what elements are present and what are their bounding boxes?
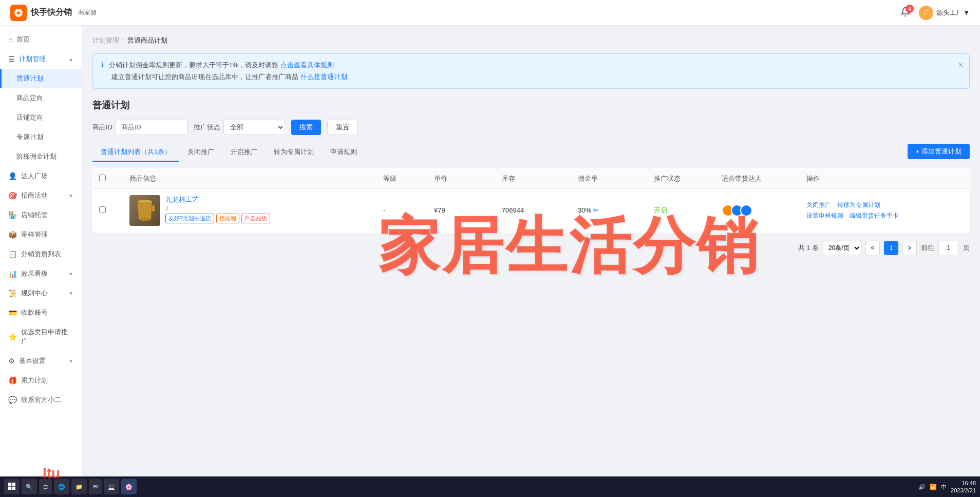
sidebar-item-effect-board[interactable]: 📊 效果看板 ▼: [0, 264, 82, 283]
search-taskbar-button[interactable]: 🔍: [22, 479, 37, 494]
breadcrumb-item-plan: 计划管理: [92, 36, 119, 45]
user-name: 源头工厂▼: [936, 8, 970, 17]
sidebar: ⌂ 首页 ☰ 计划管理 ▲ 普通计划 商品定向 店铺定向 专属计划 阶梯佣金计划: [0, 26, 82, 476]
alert-text1: 分销计划佣金率规则更新，要求大于等于1%，请及时调整: [109, 61, 279, 69]
start-button[interactable]: [4, 479, 20, 494]
reset-button[interactable]: 重置: [327, 120, 358, 135]
page-unit: 页: [963, 243, 970, 253]
sidebar-item-talent-plaza[interactable]: 👤 达人广场: [0, 166, 82, 186]
sidebar-item-home[interactable]: ⌂ 首页: [0, 30, 82, 49]
alert-close-button[interactable]: ×: [958, 58, 963, 73]
dist-icon: 📋: [8, 250, 17, 258]
sidebar-item-label: 招商活动: [21, 191, 48, 200]
sample-icon: 📦: [8, 231, 17, 239]
sidebar-item-normal-plan[interactable]: 普通计划: [0, 69, 82, 88]
tab-to-special[interactable]: 转为专属计划: [266, 143, 322, 162]
sidebar-item-cumulative-plan[interactable]: 🎁 累力计划: [0, 371, 82, 390]
sidebar-item-contact-service[interactable]: 💬 联系官方小二: [0, 390, 82, 410]
tab-list[interactable]: 普通计划列表（共1条）: [92, 143, 179, 162]
row-checkbox[interactable]: [99, 206, 106, 213]
prev-page-button[interactable]: <: [865, 241, 880, 255]
tab-open-promo[interactable]: 开启推广: [222, 143, 266, 162]
data-table: 商品信息 等级 单价 库存 佣金率 推广状态 适合带货达人 操作: [92, 168, 970, 233]
sidebar-item-distribution-assets[interactable]: 📋 分销资质列表: [0, 244, 82, 264]
alert-link1[interactable]: 点击查看具体规则: [280, 61, 334, 69]
taskbar-volume[interactable]: 🔊: [918, 484, 926, 490]
sidebar-item-sample-management[interactable]: 📦 寄样管理: [0, 225, 82, 244]
col-suitable-talent: 适合带货达人: [715, 168, 800, 188]
sidebar-item-category-promotion[interactable]: ⭐ 优选类目申请推广: [0, 322, 82, 351]
select-all-checkbox[interactable]: [99, 175, 106, 181]
sidebar-item-plan-management[interactable]: ☰ 计划管理 ▲: [0, 49, 82, 69]
content-area: 家居生活分销 计划管理 / 普通商品计划 ℹ 分销计划佣金率规则更新，要求大于等…: [82, 26, 980, 476]
alert-link2[interactable]: 什么是普通计划: [300, 73, 347, 81]
notification-bell[interactable]: 4: [900, 7, 911, 18]
taskbar-left: 🔍 ⊟ 🌐 📁 ✉ 💻 🌸: [4, 479, 137, 494]
tab-batch-review[interactable]: 申请规则: [322, 143, 365, 162]
col-stock: 库存: [496, 168, 572, 188]
page-1-button[interactable]: 1: [884, 241, 898, 255]
sidebar-item-recruit-activity[interactable]: 🎯 招商活动 ▼: [0, 186, 82, 205]
sidebar-item-ladder-commission[interactable]: 阶梯佣金计划: [0, 147, 82, 166]
add-plan-button[interactable]: + 添加普通计划: [908, 144, 970, 159]
product-name[interactable]: 九龙杯工艺: [165, 195, 371, 204]
next-page-button[interactable]: >: [902, 241, 917, 255]
filter-row: 商品ID 推广状态 全部 开启 关闭 搜索 重置: [92, 120, 970, 135]
goto-label: 前往: [921, 243, 934, 253]
search-button[interactable]: 搜索: [291, 120, 321, 135]
row-checkbox-cell: [93, 188, 123, 232]
action-edit-task[interactable]: 编辑带货任务手卡: [850, 212, 899, 220]
tab-close-promo[interactable]: 关闭推广: [179, 143, 222, 162]
per-page-select[interactable]: 20条/页 50条/页: [823, 241, 861, 255]
rule-icon: 📜: [8, 289, 17, 297]
breadcrumb: 计划管理 / 普通商品计划: [92, 36, 970, 45]
promo-status-cell: 开启: [648, 188, 715, 232]
plan-icon: ☰: [8, 55, 15, 63]
pagination-total: 共 1 条: [798, 243, 819, 253]
action-to-special[interactable]: 转移为专属计划: [837, 201, 880, 209]
sidebar-item-shop-hosting[interactable]: 🏪 店铺托管: [0, 205, 82, 225]
sidebar-item-label: 店铺托管: [21, 211, 48, 220]
user-info[interactable]: 厂 源头工厂▼: [919, 6, 970, 20]
sidebar-item-label: 阶梯佣金计划: [16, 152, 56, 161]
sidebar-item-special-plan[interactable]: 专属计划: [0, 127, 82, 147]
product-level-cell: -: [377, 188, 428, 232]
sidebar-item-rule-center[interactable]: 📜 规则中心 ▼: [0, 283, 82, 303]
sidebar-item-label: 店铺定向: [16, 113, 43, 122]
shop-icon: 🏪: [8, 211, 17, 219]
taskbar-app4[interactable]: 💻: [104, 479, 119, 494]
promo-status-badge: 开启: [654, 206, 667, 214]
tag-quality: 严选品级: [241, 214, 270, 223]
taskbar-app2[interactable]: 📁: [71, 479, 87, 494]
sidebar-item-payment-account[interactable]: 💳 收款账号: [0, 303, 82, 322]
logo-area: 快手快分销 商家侧: [10, 5, 97, 21]
action-set-sample[interactable]: 设置申样规则: [806, 212, 843, 220]
topbar: 快手快分销 商家侧 4 厂 源头工厂▼: [0, 0, 980, 26]
tabs-row: 普通计划列表（共1条） 关闭推广 开启推广 转为专属计划 申请规则 + 添加普通…: [92, 143, 970, 162]
taskbar-app1[interactable]: 🌐: [54, 479, 69, 494]
action-close-promo[interactable]: 关闭推广: [806, 201, 831, 209]
task-view-button[interactable]: ⊟: [39, 479, 52, 494]
goto-page-input[interactable]: [938, 241, 959, 255]
taskbar-app5[interactable]: 🌸: [121, 479, 137, 494]
sidebar-item-label: 累力计划: [21, 376, 48, 385]
sidebar-item-product-targeting[interactable]: 商品定向: [0, 88, 82, 108]
action-row-1: 关闭推广 转移为专属计划: [806, 201, 963, 209]
pagination-row: 共 1 条 20条/页 50条/页 < 1 > 前往 页: [92, 233, 970, 257]
taskbar-ime[interactable]: 中: [941, 483, 947, 491]
sidebar-item-shop-targeting[interactable]: 店铺定向: [0, 108, 82, 127]
topbar-right: 4 厂 源头工厂▼: [900, 6, 970, 20]
tabs-right: + 添加普通计划: [908, 144, 970, 161]
taskbar-date-value: 2023/2/21: [951, 487, 976, 494]
product-thumbnail: [129, 195, 160, 226]
svg-rect-5: [12, 483, 15, 486]
taskbar-app3[interactable]: ✉: [89, 479, 102, 494]
cumulative-icon: 🎁: [8, 376, 17, 385]
actions-cell: 关闭推广 转移为专属计划 设置申样规则 编辑带货任务手卡: [800, 188, 970, 232]
sidebar-item-basic-settings[interactable]: ⚙ 基本设置 ▼: [0, 351, 82, 371]
product-id-input[interactable]: [116, 120, 187, 135]
sidebar-item-label: 收款账号: [21, 308, 48, 317]
product-commission-cell: 30% ✏: [572, 188, 648, 232]
status-select[interactable]: 全部 开启 关闭: [223, 120, 285, 135]
commission-edit-icon[interactable]: ✏: [593, 206, 599, 214]
